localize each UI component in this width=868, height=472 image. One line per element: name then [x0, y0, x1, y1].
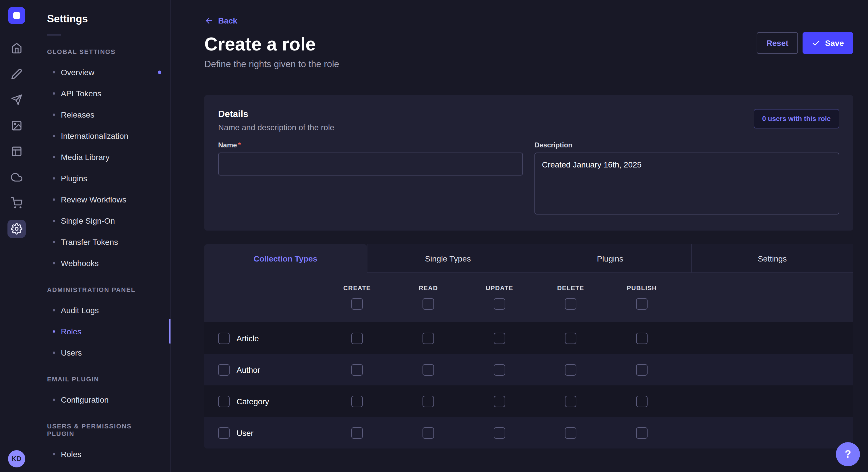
rail-item-marketplace[interactable]	[7, 194, 26, 212]
row-select-checkbox[interactable]	[218, 364, 229, 375]
sidebar-item-webhooks[interactable]: Webhooks	[33, 252, 170, 274]
sidebar-item-users[interactable]: Users	[33, 342, 170, 363]
table-row-user: User	[205, 417, 853, 448]
select-all-read-checkbox[interactable]	[423, 298, 434, 310]
content-type-label: User	[237, 428, 253, 437]
section-label-global-settings: GLOBAL SETTINGS	[33, 48, 170, 56]
column-header: READ	[418, 284, 438, 291]
row-select-checkbox[interactable]	[218, 396, 229, 407]
sidebar-item-media-library[interactable]: Media Library	[33, 146, 170, 167]
settings-subnav: Settings GLOBAL SETTINGS Overview API To…	[33, 0, 171, 472]
select-all-publish-checkbox[interactable]	[636, 298, 648, 310]
sidebar-item-plugins[interactable]: Plugins	[33, 167, 170, 189]
bullet-icon	[53, 113, 55, 115]
row-select-checkbox[interactable]	[218, 332, 229, 344]
sidebar-item-overview[interactable]: Overview	[33, 61, 170, 82]
tab-collection-types[interactable]: Collection Types	[205, 244, 367, 273]
cloud-icon	[11, 171, 22, 183]
back-link[interactable]: Back	[205, 16, 237, 25]
tab-single-types[interactable]: Single Types	[367, 244, 529, 273]
permission-checkbox-update[interactable]	[494, 427, 505, 438]
permission-checkbox-update[interactable]	[494, 332, 505, 344]
permission-checkbox-create[interactable]	[351, 332, 363, 344]
required-asterisk: *	[238, 141, 241, 149]
rail-item-settings[interactable]	[7, 220, 26, 238]
rail-item-releases[interactable]	[7, 91, 26, 109]
sidebar-item-providers[interactable]: Providers	[33, 465, 170, 472]
sidebar-item-releases[interactable]: Releases	[33, 104, 170, 125]
select-all-create-checkbox[interactable]	[351, 298, 363, 310]
sidebar-item-configuration[interactable]: Configuration	[33, 389, 170, 410]
sidebar-item-single-sign-on[interactable]: Single Sign-On	[33, 210, 170, 231]
layout-icon	[11, 146, 22, 157]
tab-settings[interactable]: Settings	[691, 244, 853, 273]
sidebar-item-up-roles[interactable]: Roles	[33, 443, 170, 465]
bullet-icon	[53, 330, 55, 332]
permission-checkbox-delete[interactable]	[565, 332, 577, 344]
tab-plugins[interactable]: Plugins	[529, 244, 691, 273]
column-header: DELETE	[557, 284, 584, 291]
bullet-icon	[53, 156, 55, 158]
content-type-label: Author	[237, 365, 260, 374]
strapi-logo[interactable]	[8, 7, 25, 24]
sidebar-item-label: Overview	[61, 67, 94, 76]
rail-item-media-library[interactable]	[7, 116, 26, 135]
help-button[interactable]: ?	[836, 442, 860, 466]
description-textarea[interactable]: Created January 16th, 2025	[534, 153, 839, 214]
home-icon	[11, 42, 22, 54]
rail-item-content-type-builder[interactable]	[7, 142, 26, 161]
sidebar-item-label: Releases	[61, 110, 94, 119]
permission-checkbox-update[interactable]	[494, 396, 505, 407]
select-all-update-checkbox[interactable]	[494, 298, 505, 310]
permission-checkbox-create[interactable]	[351, 364, 363, 375]
permission-checkbox-create[interactable]	[351, 427, 363, 438]
reset-button[interactable]: Reset	[756, 32, 798, 54]
sidebar-item-audit-logs[interactable]: Audit Logs	[33, 299, 170, 321]
permission-checkbox-create[interactable]	[351, 396, 363, 407]
permission-checkbox-read[interactable]	[423, 396, 434, 407]
header-actions: Reset Save	[756, 32, 853, 54]
sidebar-item-label: Single Sign-On	[61, 216, 115, 225]
permission-checkbox-read[interactable]	[423, 427, 434, 438]
permission-checkbox-publish[interactable]	[636, 364, 648, 375]
permission-checkbox-read[interactable]	[423, 364, 434, 375]
arrow-left-icon	[205, 16, 214, 25]
bullet-icon	[53, 351, 55, 353]
sidebar-item-transfer-tokens[interactable]: Transfer Tokens	[33, 231, 170, 252]
permission-checkbox-read[interactable]	[423, 332, 434, 344]
rail-item-home[interactable]	[7, 39, 26, 57]
select-all-delete-checkbox[interactable]	[565, 298, 577, 310]
sidebar-item-internationalization[interactable]: Internationalization	[33, 125, 170, 146]
sidebar-item-roles[interactable]: Roles	[33, 321, 170, 342]
sidebar-item-label: Internationalization	[61, 131, 128, 140]
users-with-role-button[interactable]: 0 users with this role	[753, 109, 839, 129]
permission-checkbox-delete[interactable]	[565, 427, 577, 438]
rail-item-content-manager[interactable]	[7, 65, 26, 83]
description-label: Description	[534, 141, 839, 149]
name-input[interactable]	[218, 153, 523, 175]
permission-checkbox-publish[interactable]	[636, 396, 648, 407]
sidebar-item-review-workflows[interactable]: Review Workflows	[33, 189, 170, 210]
bullet-icon	[53, 134, 55, 137]
permission-checkbox-delete[interactable]	[565, 396, 577, 407]
permissions-header-row: CREATE READ UPDATE DELETE	[205, 273, 853, 322]
details-card: Details Name and description of the role…	[205, 95, 853, 231]
permission-checkbox-publish[interactable]	[636, 427, 648, 438]
permission-checkbox-publish[interactable]	[636, 332, 648, 344]
app-window: KD Settings GLOBAL SETTINGS Overview API…	[0, 0, 868, 472]
save-button[interactable]: Save	[803, 32, 853, 54]
table-row-article: Article	[205, 322, 853, 354]
bullet-icon	[53, 92, 55, 94]
bullet-icon	[53, 241, 55, 243]
details-title: Details	[218, 109, 334, 119]
rail-item-cloud[interactable]	[7, 168, 26, 187]
permission-checkbox-update[interactable]	[494, 364, 505, 375]
user-avatar[interactable]: KD	[8, 450, 25, 467]
sidebar-item-label: Webhooks	[61, 258, 99, 268]
section-label-users-permissions-plugin: USERS & PERMISSIONS PLUGIN	[33, 423, 170, 438]
sidebar-item-label: Plugins	[61, 173, 87, 183]
strapi-logo-mark	[13, 12, 20, 19]
permission-checkbox-delete[interactable]	[565, 364, 577, 375]
sidebar-item-api-tokens[interactable]: API Tokens	[33, 82, 170, 104]
row-select-checkbox[interactable]	[218, 427, 229, 438]
